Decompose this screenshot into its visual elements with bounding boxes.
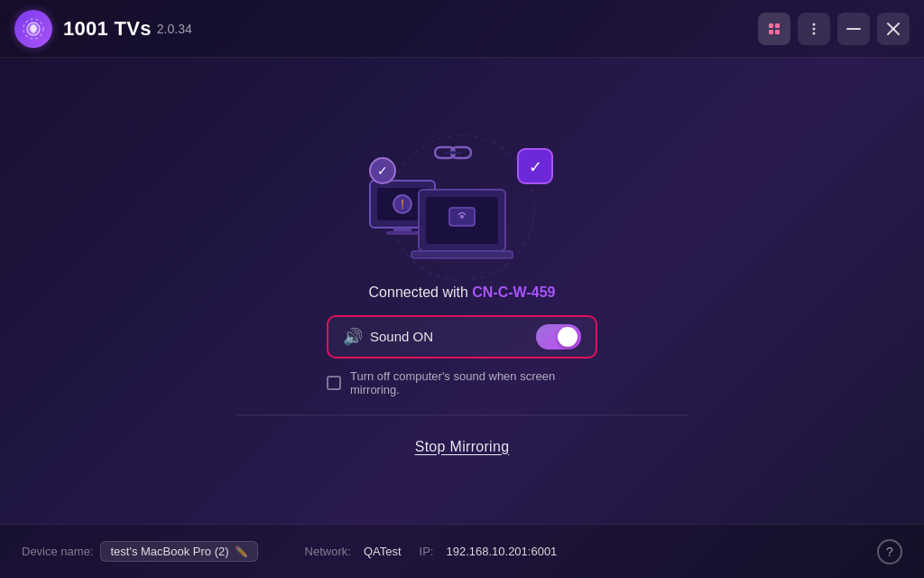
svg-rect-3 (775, 23, 780, 28)
svg-rect-4 (769, 30, 773, 34)
sound-icon: 🔊 (343, 327, 363, 347)
svg-point-6 (813, 23, 816, 25)
footer-ip-item: IP: 192.168.10.201:6001 (420, 545, 558, 558)
svg-rect-23 (386, 231, 419, 235)
main-content: ! ✓ ✓ Connected (0, 58, 924, 524)
svg-rect-2 (769, 23, 773, 28)
footer-device-value: test's MacBook Pro (2) ✏️ (100, 541, 257, 562)
app-logo (14, 10, 52, 48)
sound-toggle[interactable] (536, 324, 581, 350)
svg-rect-30 (411, 251, 513, 258)
footer: Device name: test's MacBook Pro (2) ✏️ N… (0, 524, 924, 578)
close-button[interactable] (877, 13, 910, 45)
menu-button[interactable] (798, 13, 830, 45)
footer-device-label: Device name: (22, 545, 93, 558)
help-button[interactable]: ? (877, 539, 902, 564)
connection-status: Connected with CN-C-W-459 (369, 284, 556, 301)
svg-rect-5 (775, 30, 780, 34)
footer-device-item: Device name: test's MacBook Pro (2) ✏️ (22, 541, 258, 562)
checkbox-row: Turn off computer's sound when screen mi… (327, 369, 597, 396)
app-title: 1001 TVs (63, 17, 152, 41)
edit-device-name-icon[interactable]: ✏️ (235, 545, 248, 558)
footer-network-value: QATest (364, 545, 402, 558)
svg-text:✓: ✓ (529, 158, 542, 176)
svg-text:✓: ✓ (377, 163, 388, 178)
svg-point-7 (813, 27, 816, 30)
footer-network-item: Network: QATest (305, 545, 402, 558)
device-name-text: test's MacBook Pro (2) (110, 545, 228, 558)
checkbox-label: Turn off computer's sound when screen mi… (350, 369, 597, 396)
sound-control-box: 🔊 Sound ON (327, 315, 597, 359)
footer-ip-label: IP: (420, 545, 434, 558)
footer-ip-value: 192.168.10.201:6001 (446, 545, 557, 558)
svg-point-29 (460, 215, 464, 219)
titlebar: 1001 TVs 2.0.34 (0, 0, 924, 58)
svg-point-8 (813, 32, 816, 34)
svg-text:!: ! (401, 197, 404, 211)
minimize-button[interactable] (837, 13, 870, 45)
connection-illustration: ! ✓ ✓ (345, 122, 579, 284)
titlebar-controls (758, 13, 910, 45)
plugin-button[interactable] (758, 13, 790, 45)
connected-device-name: CN-C-W-459 (472, 284, 555, 300)
footer-network-label: Network: (305, 545, 351, 558)
app-version: 2.0.34 (157, 22, 192, 36)
toggle-knob (558, 327, 578, 347)
sound-label: 🔊 Sound ON (343, 327, 433, 347)
stop-mirroring-button[interactable]: Stop Mirroring (401, 434, 524, 461)
divider (236, 415, 688, 415)
sound-on-text: Sound ON (370, 329, 433, 344)
sound-checkbox[interactable] (327, 376, 341, 390)
